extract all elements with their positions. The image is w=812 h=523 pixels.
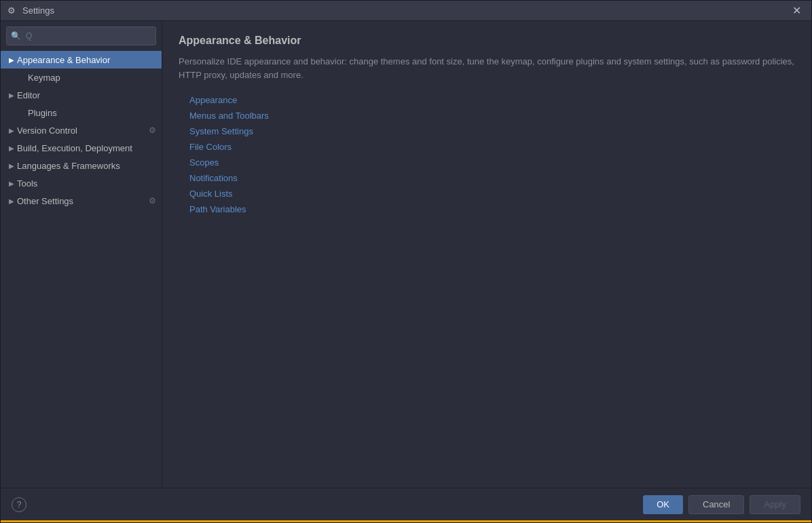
sidebar-item-build-execution[interactable]: ▶ Build, Execution, Deployment <box>1 139 162 157</box>
main-content: 🔍 ▶ Appearance & Behavior Keymap ▶ Edito… <box>1 21 811 488</box>
bottom-accent-line <box>1 520 811 522</box>
apply-button[interactable]: Apply <box>750 495 800 514</box>
search-input[interactable] <box>6 26 156 45</box>
arrow-icon-tools: ▶ <box>6 178 17 189</box>
arrow-icon-plugins <box>17 107 28 118</box>
gear-icon-version-control: ⚙ <box>149 125 156 135</box>
bottom-bar: ? OK Cancel Apply <box>1 488 811 520</box>
sidebar-label-appearance-behavior: Appearance & Behavior <box>17 55 110 65</box>
arrow-icon-build-execution: ▶ <box>6 142 17 153</box>
arrow-icon-other-settings: ▶ <box>6 195 17 206</box>
sidebar-item-appearance-behavior[interactable]: ▶ Appearance & Behavior <box>1 51 162 69</box>
sidebar-item-other-settings[interactable]: ▶ Other Settings ⚙ <box>1 192 162 210</box>
sidebar-label-tools: Tools <box>17 178 37 189</box>
gear-icon-other-settings: ⚙ <box>149 196 156 206</box>
search-box: 🔍 <box>6 26 156 45</box>
title-bar: ⚙ Settings ✕ <box>1 1 811 21</box>
search-icon: 🔍 <box>11 31 21 41</box>
settings-window: ⚙ Settings ✕ 🔍 ▶ Appearance & Behavior K… <box>0 0 812 523</box>
sub-links-list: Appearance Menus and Toolbars System Set… <box>179 95 795 214</box>
help-button[interactable]: ? <box>12 497 26 512</box>
panel-title: Appearance & Behavior <box>179 35 795 47</box>
sub-link-appearance[interactable]: Appearance <box>189 95 795 105</box>
sidebar-label-languages-frameworks: Languages & Frameworks <box>17 161 120 171</box>
arrow-icon-languages-frameworks: ▶ <box>6 160 17 171</box>
sub-link-scopes[interactable]: Scopes <box>189 157 795 168</box>
arrow-icon-editor: ▶ <box>6 90 17 100</box>
sidebar-label-plugins: Plugins <box>28 108 57 118</box>
close-button[interactable]: ✕ <box>788 3 805 19</box>
sub-link-quick-lists[interactable]: Quick Lists <box>189 189 795 199</box>
cancel-button[interactable]: Cancel <box>688 495 744 514</box>
arrow-icon-version-control: ▶ <box>6 125 17 136</box>
panel-description: Personalize IDE appearance and behavior:… <box>179 55 795 81</box>
sidebar-label-other-settings: Other Settings <box>17 196 73 206</box>
action-buttons: OK Cancel Apply <box>643 495 800 514</box>
sidebar-label-build-execution: Build, Execution, Deployment <box>17 143 132 153</box>
sidebar-item-tools[interactable]: ▶ Tools <box>1 174 162 192</box>
app-icon: ⚙ <box>7 5 18 16</box>
sub-link-menus-toolbars[interactable]: Menus and Toolbars <box>189 111 795 121</box>
sidebar-item-plugins[interactable]: Plugins <box>1 104 162 121</box>
sidebar-item-version-control[interactable]: ▶ Version Control ⚙ <box>1 121 162 139</box>
sidebar-label-editor: Editor <box>17 90 40 100</box>
ok-button[interactable]: OK <box>643 495 683 514</box>
sidebar-label-keymap: Keymap <box>28 73 60 83</box>
sub-link-path-variables[interactable]: Path Variables <box>189 204 795 214</box>
sidebar: 🔍 ▶ Appearance & Behavior Keymap ▶ Edito… <box>1 21 162 488</box>
sidebar-item-editor[interactable]: ▶ Editor <box>1 86 162 104</box>
sidebar-item-languages-frameworks[interactable]: ▶ Languages & Frameworks <box>1 157 162 174</box>
sidebar-label-version-control: Version Control <box>17 125 77 136</box>
right-panel: Appearance & Behavior Personalize IDE ap… <box>162 21 811 488</box>
sub-link-notifications[interactable]: Notifications <box>189 173 795 183</box>
sidebar-item-keymap[interactable]: Keymap <box>1 69 162 86</box>
window-title: Settings <box>22 5 788 16</box>
sub-link-system-settings[interactable]: System Settings <box>189 126 795 136</box>
arrow-icon-appearance-behavior: ▶ <box>6 54 17 65</box>
sub-link-file-colors[interactable]: File Colors <box>189 142 795 152</box>
arrow-icon-keymap <box>17 72 28 83</box>
